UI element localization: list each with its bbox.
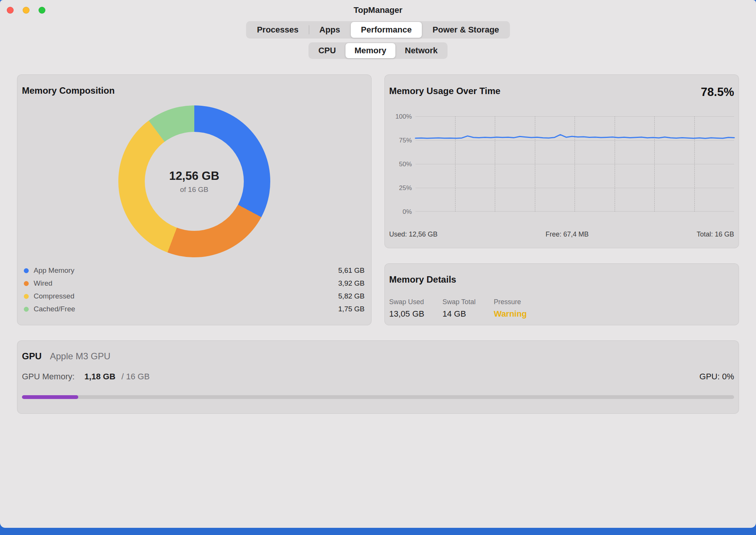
usage-chart: 100% 75% 50% 25% 0% bbox=[389, 116, 734, 212]
main-tab-bar: Processes Apps Performance Power & Stora… bbox=[246, 21, 510, 39]
tab-power-storage[interactable]: Power & Storage bbox=[422, 22, 509, 38]
usage-footer-free: Free: 67,4 MB bbox=[545, 230, 589, 238]
donut-center: 12,56 GB of 16 GB bbox=[145, 132, 244, 231]
detail-label: Swap Used bbox=[389, 298, 424, 306]
legend-value: 5,61 GB bbox=[338, 266, 365, 275]
detail-label: Swap Total bbox=[442, 298, 476, 306]
tab-cpu[interactable]: CPU bbox=[309, 43, 345, 58]
detail-pressure: Pressure Warning bbox=[494, 298, 527, 319]
legend-label: App Memory bbox=[34, 266, 74, 275]
tab-processes[interactable]: Processes bbox=[247, 22, 309, 38]
memory-details-panel: Memory Details Swap Used 13,05 GB Swap T… bbox=[384, 263, 739, 325]
legend-label: Compressed bbox=[34, 292, 74, 300]
legend-row: Compressed 5,82 GB bbox=[24, 290, 365, 303]
legend-dot bbox=[24, 307, 29, 312]
memory-usage-panel: Memory Usage Over Time 78.5% 100% 75% 50… bbox=[384, 74, 739, 248]
legend-value: 1,75 GB bbox=[338, 305, 365, 313]
gpu-bar-fill bbox=[22, 395, 78, 399]
legend-dot bbox=[24, 268, 29, 273]
detail-value: 13,05 GB bbox=[389, 309, 424, 319]
gpu-memory-label: GPU Memory: bbox=[22, 372, 74, 382]
tab-apps[interactable]: Apps bbox=[309, 22, 350, 38]
minimize-button[interactable] bbox=[23, 7, 29, 14]
traffic-lights bbox=[7, 7, 45, 14]
app-window: TopManager Processes Apps Performance Po… bbox=[0, 0, 756, 528]
tab-performance[interactable]: Performance bbox=[351, 22, 422, 38]
tab-network[interactable]: Network bbox=[396, 43, 447, 58]
legend-row: Cached/Free 1,75 GB bbox=[24, 303, 365, 315]
tab-memory[interactable]: Memory bbox=[345, 43, 395, 58]
y-axis-label: 100% bbox=[389, 113, 412, 121]
usage-footer-used: Used: 12,56 GB bbox=[389, 230, 438, 238]
legend-row: App Memory 5,61 GB bbox=[24, 264, 365, 277]
usage-line-svg bbox=[415, 116, 734, 212]
gpu-memory-bar bbox=[22, 395, 734, 399]
plot-area bbox=[415, 116, 734, 212]
zoom-button[interactable] bbox=[39, 7, 45, 14]
y-axis-label: 25% bbox=[389, 184, 412, 192]
gpu-name: Apple M3 GPU bbox=[50, 351, 110, 362]
y-axis-label: 75% bbox=[389, 137, 412, 144]
memory-composition-title: Memory Composition bbox=[22, 75, 367, 96]
usage-current-percent: 78.5% bbox=[701, 85, 734, 99]
sub-tab-bar: CPU Memory Network bbox=[308, 42, 448, 59]
donut-legend: App Memory 5,61 GB Wired 3,92 GB Compres… bbox=[22, 264, 367, 315]
memory-composition-panel: Memory Composition 12,56 GB of 16 GB App… bbox=[17, 74, 372, 325]
donut-center-value: 12,56 GB bbox=[169, 169, 219, 183]
close-button[interactable] bbox=[7, 7, 14, 14]
usage-footer-total: Total: 16 GB bbox=[697, 230, 734, 238]
gpu-title: GPU bbox=[22, 351, 42, 362]
legend-dot bbox=[24, 294, 29, 299]
gpu-memory-value: 1,18 GB bbox=[84, 372, 115, 382]
usage-line bbox=[415, 135, 734, 138]
legend-value: 5,82 GB bbox=[338, 292, 365, 300]
gpu-usage-percent: GPU: 0% bbox=[699, 372, 734, 382]
pressure-value: Warning bbox=[494, 309, 527, 319]
donut-center-subtitle: of 16 GB bbox=[180, 186, 208, 194]
y-axis-label: 0% bbox=[389, 208, 412, 216]
legend-value: 3,92 GB bbox=[338, 279, 365, 288]
gpu-panel: GPU Apple M3 GPU GPU Memory: 1,18 GB / 1… bbox=[17, 340, 739, 414]
y-axis: 100% 75% 50% 25% 0% bbox=[389, 116, 412, 212]
detail-swap-total: Swap Total 14 GB bbox=[442, 298, 476, 319]
window-title: TopManager bbox=[353, 5, 402, 15]
detail-label: Pressure bbox=[494, 298, 527, 306]
legend-label: Cached/Free bbox=[34, 305, 75, 313]
detail-swap-used: Swap Used 13,05 GB bbox=[389, 298, 424, 319]
detail-value: 14 GB bbox=[442, 309, 476, 319]
memory-donut: 12,56 GB of 16 GB bbox=[118, 105, 270, 257]
memory-details-title: Memory Details bbox=[389, 264, 734, 285]
legend-row: Wired 3,92 GB bbox=[24, 277, 365, 290]
titlebar: TopManager bbox=[0, 0, 756, 20]
y-axis-label: 50% bbox=[389, 161, 412, 168]
gpu-memory-total: / 16 GB bbox=[121, 372, 150, 382]
legend-dot bbox=[24, 281, 29, 286]
legend-label: Wired bbox=[34, 279, 53, 288]
memory-usage-title: Memory Usage Over Time bbox=[389, 85, 500, 97]
